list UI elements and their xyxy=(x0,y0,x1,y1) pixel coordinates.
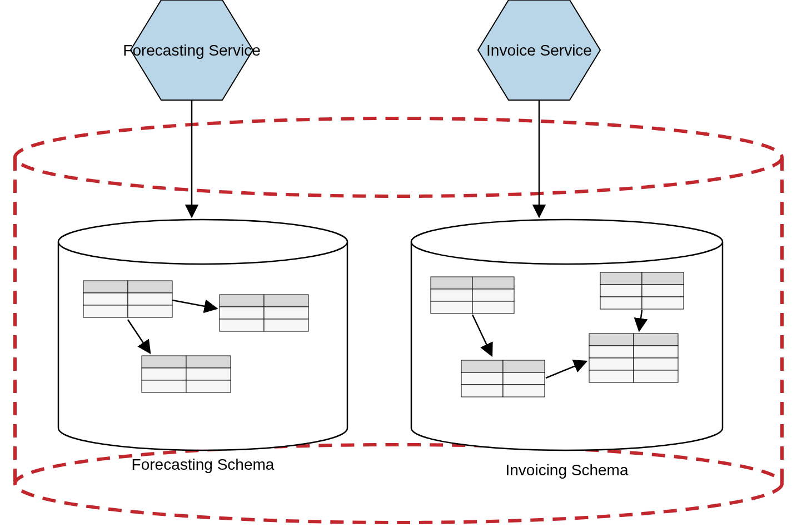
svg-rect-40 xyxy=(461,372,503,385)
svg-rect-35 xyxy=(642,285,684,297)
svg-rect-36 xyxy=(600,297,642,309)
svg-rect-22 xyxy=(186,368,231,380)
svg-rect-24 xyxy=(186,380,231,392)
svg-rect-17 xyxy=(220,319,264,331)
svg-rect-45 xyxy=(634,334,678,346)
svg-rect-42 xyxy=(461,385,503,397)
svg-rect-9 xyxy=(83,293,128,305)
forecasting-schema-label: Forecasting Schema xyxy=(132,456,275,473)
invoicing-schema-cylinder: Invoicing Schema xyxy=(411,220,723,479)
invoice-service-label: Invoice Service xyxy=(486,42,592,59)
svg-rect-39 xyxy=(503,360,545,372)
svg-rect-21 xyxy=(142,368,186,380)
svg-rect-47 xyxy=(634,346,678,358)
svg-rect-51 xyxy=(634,370,678,382)
svg-rect-27 xyxy=(472,277,514,289)
svg-rect-7 xyxy=(83,281,128,293)
svg-rect-13 xyxy=(220,295,264,307)
svg-rect-10 xyxy=(128,293,172,305)
svg-rect-30 xyxy=(431,301,472,314)
svg-rect-20 xyxy=(186,356,231,368)
forecasting-service-label: Forecasting Service xyxy=(123,42,260,59)
svg-rect-50 xyxy=(589,370,634,382)
invoice-service-node: Invoice Service xyxy=(478,0,600,100)
svg-rect-37 xyxy=(642,297,684,309)
svg-point-6 xyxy=(58,220,347,264)
table-icon xyxy=(431,277,514,314)
table-icon xyxy=(220,295,308,331)
svg-rect-28 xyxy=(431,289,472,301)
svg-rect-48 xyxy=(589,358,634,370)
svg-rect-33 xyxy=(642,272,684,285)
svg-rect-34 xyxy=(600,285,642,297)
svg-rect-31 xyxy=(472,301,514,314)
svg-point-3 xyxy=(15,118,782,196)
svg-rect-43 xyxy=(503,385,545,397)
svg-rect-15 xyxy=(220,307,264,319)
svg-rect-49 xyxy=(634,358,678,370)
svg-rect-46 xyxy=(589,346,634,358)
invoicing-schema-label: Invoicing Schema xyxy=(505,461,628,479)
table-icon xyxy=(600,272,684,309)
svg-rect-29 xyxy=(472,289,514,301)
table-icon xyxy=(142,356,231,392)
svg-rect-19 xyxy=(142,356,186,368)
svg-rect-44 xyxy=(589,334,634,346)
forecasting-schema-cylinder: Forecasting Schema xyxy=(58,220,347,473)
table-icon xyxy=(589,334,678,382)
svg-rect-12 xyxy=(128,305,172,317)
svg-rect-16 xyxy=(264,307,308,319)
svg-rect-8 xyxy=(128,281,172,293)
svg-rect-38 xyxy=(461,360,503,372)
svg-rect-41 xyxy=(503,372,545,385)
svg-point-0 xyxy=(15,445,782,523)
forecasting-service-node: Forecasting Service xyxy=(123,0,260,100)
table-icon xyxy=(83,281,172,317)
svg-point-25 xyxy=(411,220,723,264)
svg-rect-32 xyxy=(600,272,642,285)
svg-rect-26 xyxy=(431,277,472,289)
svg-rect-11 xyxy=(83,305,128,317)
svg-rect-23 xyxy=(142,380,186,392)
architecture-diagram: Forecasting Service Invoice Service xyxy=(0,0,797,532)
svg-rect-14 xyxy=(264,295,308,307)
table-icon xyxy=(461,360,545,397)
svg-rect-18 xyxy=(264,319,308,331)
